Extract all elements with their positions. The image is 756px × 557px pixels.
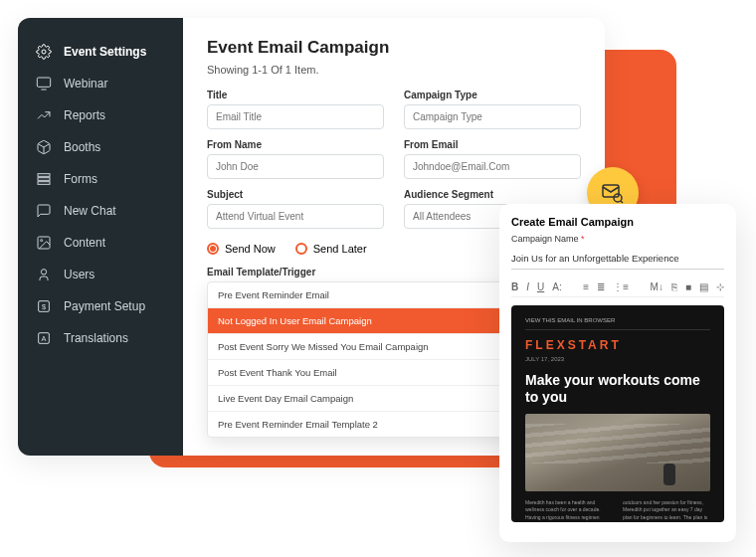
campaign-name-input[interactable] <box>511 250 724 270</box>
send-later-radio[interactable]: Send Later <box>295 243 367 255</box>
svg-rect-5 <box>38 178 50 181</box>
title-input[interactable] <box>207 104 384 129</box>
sidebar-item-label: Translations <box>64 331 128 345</box>
preview-col1: Meredith has been a health and wellness … <box>525 499 613 522</box>
rows-icon <box>36 171 52 187</box>
sidebar-item-translations[interactable]: A Translations <box>18 322 183 354</box>
radio-selected-icon <box>207 243 219 255</box>
send-later-label: Send Later <box>313 243 367 255</box>
page-subtitle: Showing 1-1 Of 1 Item. <box>207 64 581 76</box>
preview-body: Meredith has been a health and wellness … <box>525 499 710 522</box>
sidebar-item-label: Payment Setup <box>64 299 145 313</box>
align-center-button[interactable]: ≣ <box>597 281 605 292</box>
svg-line-16 <box>621 201 623 203</box>
email-preview: VIEW THIS EMAIL IN BROWSER FLEXSTART JUL… <box>511 305 724 522</box>
align-left-button[interactable]: ≡ <box>583 281 589 292</box>
code-button[interactable]: M↓ <box>651 281 663 292</box>
preview-col2: outdoors and her passion for fitness, Me… <box>623 499 710 522</box>
from-email-input[interactable] <box>404 154 581 179</box>
dollar-icon: $ <box>36 298 52 314</box>
title-label: Title <box>207 90 384 100</box>
font-button[interactable]: A: <box>552 281 561 292</box>
from-name-input[interactable] <box>207 154 384 179</box>
monitor-icon <box>36 76 52 92</box>
sidebar-item-label: Reports <box>64 108 105 122</box>
sidebar-item-webinar[interactable]: Webinar <box>18 68 183 99</box>
sidebar-item-event-settings[interactable]: Event Settings <box>18 36 183 68</box>
sidebar-item-content[interactable]: Content <box>18 227 183 259</box>
send-now-radio[interactable]: Send Now <box>207 243 276 255</box>
svg-point-15 <box>614 194 622 202</box>
bold-button[interactable]: B <box>511 281 518 292</box>
sidebar-item-new-chat[interactable]: New Chat <box>18 195 183 227</box>
campaign-name-label: Campaign Name * <box>511 234 724 244</box>
preview-date: JULY 17, 2023 <box>525 356 710 362</box>
sidebar-item-forms[interactable]: Forms <box>18 163 183 195</box>
italic-button[interactable]: I <box>526 281 529 292</box>
underline-button[interactable]: U <box>537 281 544 292</box>
sidebar-item-label: Content <box>64 236 105 250</box>
folder-button[interactable]: ■ <box>685 281 691 292</box>
preview-headline: Make your workouts come to you <box>525 372 710 406</box>
svg-text:$: $ <box>42 302 46 311</box>
image-button[interactable]: ▤ <box>699 281 708 292</box>
type-label: Campaign Type <box>404 90 581 100</box>
link-button[interactable]: ⎘ <box>671 281 677 292</box>
sidebar-item-label: Booths <box>64 140 100 154</box>
subject-input[interactable] <box>207 204 384 229</box>
user-icon <box>36 267 52 282</box>
radio-unselected-icon <box>295 243 307 255</box>
svg-rect-14 <box>603 185 619 197</box>
send-now-label: Send Now <box>225 243 276 255</box>
sidebar-item-label: Webinar <box>64 77 107 91</box>
chart-icon <box>36 107 52 123</box>
create-campaign-title: Create Email Campaign <box>511 216 724 228</box>
audience-label: Audience Segment <box>404 189 581 200</box>
preview-hero-image <box>525 414 710 491</box>
gear-icon <box>36 44 52 60</box>
sidebar-item-booths[interactable]: Booths <box>18 131 183 163</box>
chat-icon <box>36 203 52 219</box>
create-campaign-panel: Create Email Campaign Campaign Name * B … <box>499 204 736 542</box>
sidebar-item-label: Forms <box>64 172 97 186</box>
svg-point-9 <box>41 270 46 275</box>
editor-toolbar: B I U A: ≡ ≣ ⋮≡ M↓ ⎘ ■ ▤ ⊹ <box>511 278 724 297</box>
page-title: Event Email Campaign <box>207 38 581 58</box>
svg-rect-1 <box>37 78 50 87</box>
image-icon <box>36 235 52 251</box>
from-email-label: From Email <box>404 139 581 150</box>
sidebar-item-payment-setup[interactable]: $ Payment Setup <box>18 290 183 322</box>
subject-label: Subject <box>207 189 384 200</box>
mail-search-icon <box>601 181 625 205</box>
sidebar-item-label: New Chat <box>64 204 116 218</box>
list-button[interactable]: ⋮≡ <box>613 281 629 292</box>
svg-point-0 <box>42 50 46 54</box>
type-input[interactable] <box>404 104 581 129</box>
font-icon: A <box>36 330 52 346</box>
more-button[interactable]: ⊹ <box>716 281 724 292</box>
sidebar-item-users[interactable]: Users <box>18 259 183 290</box>
sidebar: Event Settings Webinar Reports Booths Fo… <box>18 18 183 456</box>
svg-rect-6 <box>38 182 50 185</box>
sidebar-item-label: Event Settings <box>64 45 146 59</box>
preview-brand: FLEXSTART <box>525 338 710 352</box>
preview-top-bar: VIEW THIS EMAIL IN BROWSER <box>525 317 710 330</box>
cube-icon <box>36 139 52 155</box>
sidebar-item-reports[interactable]: Reports <box>18 99 183 131</box>
from-name-label: From Name <box>207 139 384 150</box>
svg-rect-4 <box>38 174 50 177</box>
svg-text:A: A <box>42 334 47 343</box>
sidebar-item-label: Users <box>64 268 94 281</box>
svg-point-8 <box>41 240 43 242</box>
